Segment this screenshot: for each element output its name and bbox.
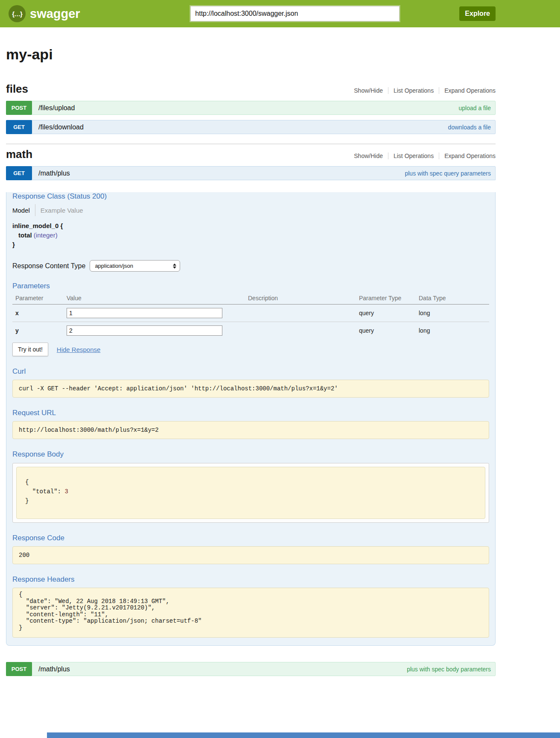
param-data-type: long	[419, 310, 489, 316]
param-type: query	[359, 310, 419, 316]
show-hide-link[interactable]: Show/Hide	[349, 152, 388, 159]
response-class-heading: Response Class (Status 200)	[12, 192, 489, 201]
method-badge-post: POST	[6, 101, 32, 115]
response-content-type-select[interactable]: application/json	[90, 260, 180, 272]
response-body-json: { "total": 3 }	[16, 467, 485, 519]
tab-model[interactable]: Model	[12, 207, 35, 214]
model-property-type: (integer)	[34, 231, 58, 239]
bottom-message-bar	[47, 732, 560, 738]
explore-button[interactable]: Explore	[459, 6, 496, 21]
curl-command: curl -X GET --header 'Accept: applicatio…	[12, 380, 489, 398]
show-hide-link[interactable]: Show/Hide	[349, 87, 388, 94]
operation-row-files-upload[interactable]: POST /files/upload upload a file	[6, 101, 496, 115]
hide-response-link[interactable]: Hide Response	[57, 346, 101, 353]
response-code-heading: Response Code	[12, 534, 489, 542]
response-content-type-label: Response Content Type	[12, 262, 85, 270]
json-number-value: 3	[64, 488, 68, 495]
swagger-logo-icon: {…}	[9, 5, 26, 22]
model-definition: inline_model_0 { total (integer) }	[12, 222, 489, 248]
param-value-input-x[interactable]	[67, 308, 222, 318]
parameters-heading: Parameters	[12, 282, 489, 290]
model-property-name: total	[18, 231, 32, 239]
json-open: { "total":	[25, 479, 64, 495]
column-header-value: Value	[67, 295, 248, 302]
list-operations-link[interactable]: List Operations	[388, 87, 439, 94]
response-body-heading: Response Body	[12, 450, 489, 459]
operation-row-math-plus-post[interactable]: POST /math/plus plus with spec body para…	[6, 662, 496, 676]
json-close: }	[25, 498, 29, 504]
method-badge-get: GET	[6, 166, 32, 180]
select-arrows-icon	[173, 264, 176, 269]
operation-summary[interactable]: upload a file	[458, 101, 495, 114]
request-url-heading: Request URL	[12, 409, 489, 417]
expand-operations-link[interactable]: Expand Operations	[439, 152, 496, 159]
operation-summary[interactable]: plus with spec query parameters	[405, 167, 495, 180]
tab-example-value[interactable]: Example Value	[35, 207, 83, 214]
column-header-description: Description	[248, 295, 359, 302]
column-header-data-type: Data Type	[419, 295, 489, 302]
response-content-type-value: application/json	[95, 263, 133, 269]
api-url-input[interactable]	[190, 6, 400, 21]
operation-path[interactable]: /math/plus	[32, 662, 70, 676]
operation-row-files-download[interactable]: GET /files/download downloads a file	[6, 120, 496, 134]
response-headers-heading: Response Headers	[12, 575, 489, 584]
method-badge-get: GET	[6, 120, 32, 134]
header-bar: {…} swagger Explore	[0, 0, 560, 27]
param-row-x: x query long	[12, 305, 489, 322]
list-operations-link[interactable]: List Operations	[388, 152, 439, 159]
response-code-value: 200	[12, 546, 489, 564]
request-url-value: http://localhost:3000/math/plus?x=1&y=2	[12, 421, 489, 439]
column-header-parameter-type: Parameter Type	[359, 295, 419, 302]
expand-operations-link[interactable]: Expand Operations	[439, 87, 496, 94]
response-body-container: { "total": 3 }	[12, 463, 489, 523]
method-badge-post: POST	[6, 662, 32, 676]
try-it-out-button[interactable]: Try it out!	[12, 343, 48, 356]
section-title-math: math	[6, 148, 32, 161]
param-data-type: long	[419, 327, 489, 334]
operation-expanded-panel: Response Class (Status 200) Model Exampl…	[6, 192, 496, 646]
param-type: query	[359, 327, 419, 334]
operation-path[interactable]: /files/download	[32, 120, 84, 134]
column-header-parameter: Parameter	[12, 295, 67, 302]
param-name: y	[12, 327, 67, 334]
parameters-header-row: Parameter Value Description Parameter Ty…	[12, 292, 489, 305]
section-divider	[6, 144, 496, 144]
response-headers-json: { "date": "Wed, 22 Aug 2018 18:49:13 GMT…	[12, 588, 489, 638]
operation-summary[interactable]: plus with spec body parameters	[407, 662, 495, 676]
param-name: x	[12, 310, 67, 316]
operation-path[interactable]: /math/plus	[32, 167, 70, 180]
section-title-files: files	[6, 82, 28, 96]
operation-path[interactable]: /files/upload	[32, 101, 75, 114]
operation-summary[interactable]: downloads a file	[448, 120, 495, 134]
param-value-input-y[interactable]	[67, 325, 222, 336]
brand-title: swagger	[30, 7, 80, 21]
page-title: my-api	[6, 46, 496, 63]
model-close-brace: }	[12, 241, 489, 248]
model-open-brace: inline_model_0 {	[12, 222, 489, 229]
operation-row-math-plus-get[interactable]: GET /math/plus plus with spec query para…	[6, 166, 496, 180]
param-row-y: y query long	[12, 322, 489, 339]
swagger-logo[interactable]: {…} swagger	[9, 5, 80, 22]
curl-heading: Curl	[12, 367, 489, 376]
parameters-table: Parameter Value Description Parameter Ty…	[12, 292, 489, 339]
